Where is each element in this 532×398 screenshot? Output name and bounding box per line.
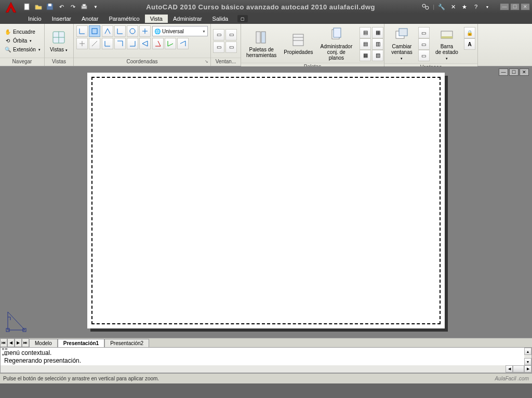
coord-btn-6[interactable] xyxy=(114,38,126,49)
dialog-launcher-icon[interactable]: ↘ xyxy=(205,59,208,64)
palette-btn-4[interactable]: ▥ xyxy=(372,38,383,50)
administrador-button[interactable]: Administradorconj. de planos xyxy=(317,25,356,62)
coord-btn-3[interactable] xyxy=(127,25,138,37)
coord-btn-11[interactable] xyxy=(177,38,189,49)
open-icon[interactable] xyxy=(34,3,43,11)
coord-btn-4[interactable] xyxy=(139,25,151,37)
svg-rect-12 xyxy=(293,34,303,46)
command-hscrollbar[interactable]: ◀ ▶ xyxy=(1,365,531,373)
viewport-btn-3[interactable]: ▭ xyxy=(213,42,224,53)
subscription-icon[interactable]: 🔧 xyxy=(437,3,446,11)
tab-presentacion1[interactable]: Presentación1 xyxy=(58,339,104,347)
viewport-btn-1[interactable]: ▭ xyxy=(213,29,224,40)
lock-btn[interactable]: 🔒 xyxy=(464,27,475,38)
save-icon[interactable] xyxy=(46,3,54,11)
watermark-text: AulaFacil .com xyxy=(495,376,529,381)
palette-btn-1[interactable]: ▤ xyxy=(360,27,371,38)
scroll-up-button[interactable]: ▲ xyxy=(524,348,531,355)
qat-dropdown-icon[interactable]: ▼ xyxy=(91,3,100,11)
palette-btn-5[interactable]: ▦ xyxy=(360,50,371,61)
tab-first-button[interactable]: ⏮ xyxy=(0,338,7,347)
doc-maximize-button[interactable]: ☐ xyxy=(509,68,518,76)
tab-administrar[interactable]: Administrar xyxy=(168,15,207,23)
win-btn-2[interactable]: ▭ xyxy=(418,38,430,50)
title-right-tools: | 🔧 ✕ ★ ? ▼ — ☐ ✕ xyxy=(421,3,530,11)
views-icon xyxy=(50,29,67,46)
scroll-right-button[interactable]: ▶ xyxy=(524,365,531,373)
vistas-button[interactable]: Vistas ▾ xyxy=(47,28,71,54)
coord-btn-8[interactable] xyxy=(139,38,151,49)
tab-vista[interactable]: Vista xyxy=(145,15,168,23)
favorite-icon[interactable]: ★ xyxy=(460,3,469,11)
command-line[interactable]: """" menú contextual. Regenerando presen… xyxy=(0,347,532,373)
tab-presentacion2[interactable]: Presentación2 xyxy=(104,339,149,347)
hscroll-thumb[interactable] xyxy=(513,365,524,373)
app-menu-button[interactable] xyxy=(2,0,21,16)
new-icon[interactable] xyxy=(23,3,31,11)
undo-icon[interactable]: ↶ xyxy=(57,3,65,11)
title-bar: ↶ ↷ ▼ AutoCAD 2010 Curso básico avanzado… xyxy=(0,0,532,13)
orbita-label: Órbita xyxy=(13,38,27,44)
ucs-combo-value: Universal xyxy=(162,29,184,34)
win-btn-3[interactable]: ▭ xyxy=(418,50,430,61)
propiedades-button[interactable]: Propiedades xyxy=(281,31,316,56)
close-button[interactable]: ✕ xyxy=(521,3,530,10)
coord-btn-9[interactable] xyxy=(152,38,164,49)
tab-inicio[interactable]: Inicio xyxy=(23,15,47,23)
ribbon: ✋Encuadre ⟲Órbita▾ 🔍Extensión▾ Navegar V… xyxy=(0,24,532,66)
viewport-btn-2[interactable]: ▭ xyxy=(225,29,237,40)
ucs-btn-1[interactable] xyxy=(76,25,88,37)
viewport-btn-4[interactable]: ▭ xyxy=(225,42,237,53)
coord-btn-2[interactable] xyxy=(114,25,126,37)
panel-navegar: ✋Encuadre ⟲Órbita▾ 🔍Extensión▾ Navegar xyxy=(0,24,45,66)
exchange-icon[interactable]: ✕ xyxy=(449,3,457,11)
coord-btn-7[interactable] xyxy=(127,38,138,49)
scroll-down-button[interactable]: ▼ xyxy=(524,358,531,365)
palette-btn-3[interactable]: ▤ xyxy=(360,38,371,50)
search-icon[interactable] xyxy=(421,3,430,11)
tab-prev-button[interactable]: ◀ xyxy=(7,338,15,347)
palette-btn-2[interactable]: ▦ xyxy=(372,27,383,38)
svg-point-5 xyxy=(422,4,425,7)
vistas-label: Vistas xyxy=(50,47,64,52)
panel-title-navegar: Navegar xyxy=(0,58,44,66)
encuadre-button[interactable]: ✋Encuadre xyxy=(3,28,42,36)
ucs-btn-2[interactable] xyxy=(89,25,100,37)
minimize-button[interactable]: — xyxy=(500,3,509,10)
tab-insertar[interactable]: Insertar xyxy=(47,15,76,23)
text-btn[interactable]: A xyxy=(464,38,475,50)
orbita-button[interactable]: ⟲Órbita▾ xyxy=(3,37,42,45)
command-vscrollbar[interactable]: ▲ ▼ xyxy=(524,348,531,365)
cambiar-ventanas-button[interactable]: Cambiarventanas ▾ xyxy=(387,25,417,62)
scroll-left-button[interactable]: ◀ xyxy=(506,365,513,373)
redo-icon[interactable]: ↷ xyxy=(69,3,77,11)
paletas-herramientas-button[interactable]: Paletas deherramientas xyxy=(243,28,280,59)
tab-next-button[interactable]: ▶ xyxy=(15,338,22,347)
tab-anotar[interactable]: Anotar xyxy=(76,15,103,23)
ucs-btn-3[interactable] xyxy=(76,38,88,49)
doc-minimize-button[interactable]: — xyxy=(499,68,508,76)
help-icon[interactable]: ? xyxy=(472,3,480,11)
ucs-combo[interactable]: 🌐 Universal ▼ xyxy=(152,26,208,36)
layout-paper xyxy=(87,73,445,328)
win-btn-1[interactable]: ▭ xyxy=(418,27,430,38)
ribbon-expand-icon[interactable]: ▢ xyxy=(237,15,248,22)
doc-close-button[interactable]: ✕ xyxy=(520,68,529,76)
extension-button[interactable]: 🔍Extensión▾ xyxy=(3,46,42,54)
help-dropdown-icon[interactable]: ▼ xyxy=(483,3,491,11)
ucs-btn-4[interactable] xyxy=(89,38,100,49)
tab-parametrico[interactable]: Paramétrico xyxy=(103,15,144,23)
maximize-button[interactable]: ☐ xyxy=(510,3,520,10)
encuadre-label: Encuadre xyxy=(13,29,35,35)
tab-last-button[interactable]: ⏭ xyxy=(22,338,29,347)
command-history: menú contextual. Regenerando presentació… xyxy=(1,348,524,365)
drawing-area[interactable]: — ☐ ✕ xyxy=(0,66,532,338)
palette-btn-6[interactable]: ▧ xyxy=(372,50,383,61)
coord-btn-1[interactable] xyxy=(102,25,113,37)
coord-btn-5[interactable] xyxy=(102,38,113,49)
barra-estado-button[interactable]: Barrade estado ▾ xyxy=(431,25,463,62)
tab-salida[interactable]: Salida xyxy=(207,15,234,23)
tab-modelo[interactable]: Modelo xyxy=(29,339,58,347)
coord-btn-10[interactable] xyxy=(165,38,176,49)
print-icon[interactable] xyxy=(80,3,88,11)
